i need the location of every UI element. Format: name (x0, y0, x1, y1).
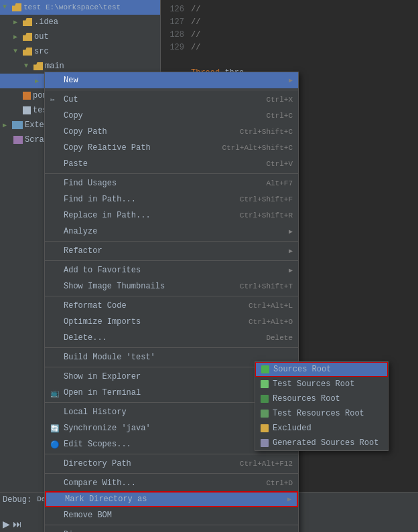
code-line-127: 127 // (161, 15, 418, 28)
context-menu: New ▶ ✂ Cut Ctrl+X Copy Ctrl+C Copy Path… (44, 72, 299, 532)
line-content: // (191, 30, 200, 39)
menu-label-optimize: Optimize Imports (64, 317, 249, 327)
shortcut-compare: Ctrl+D (266, 479, 293, 487)
separator-1 (45, 90, 298, 90)
menu-label-find-usages: Find Usages (64, 179, 266, 188)
menu-label-dir-path: Directory Path (64, 459, 240, 468)
menu-item-copy[interactable]: Copy Ctrl+C (45, 108, 298, 124)
shortcut-copy: Ctrl+C (266, 112, 293, 120)
tree-label: src (34, 47, 49, 56)
menu-item-reformat[interactable]: Reformat Code Ctrl+Alt+L (45, 298, 298, 314)
debug-step-button[interactable]: ⏭ (13, 519, 22, 529)
menu-item-compare[interactable]: Compare With... Ctrl+D (45, 475, 298, 491)
submenu-item-test-resources-root[interactable]: Test Resources Root (255, 406, 388, 421)
sources-root-icon (261, 365, 269, 373)
shortcut-optimize: Ctrl+Alt+O (249, 318, 293, 326)
menu-item-replace-path[interactable]: Replace in Path... Ctrl+Shift+R (45, 207, 298, 224)
menu-label-analyze: Analyze (64, 227, 286, 236)
analyze-arrow: ▶ (289, 228, 293, 236)
resources-root-icon (261, 395, 269, 403)
submenu-label-test-resources-root: Test Resources Root (273, 409, 364, 418)
submenu-item-generated[interactable]: Generated Sources Root (255, 436, 388, 450)
generated-icon (261, 439, 269, 447)
synchronize-icon: 🔄 (50, 424, 62, 433)
submenu-label-resources-root: Resources Root (273, 394, 340, 404)
menu-item-copy-path[interactable]: Copy Path Ctrl+Shift+C (45, 124, 298, 140)
menu-item-dir-path[interactable]: Directory Path Ctrl+Alt+F12 (45, 456, 298, 472)
separator-11 (45, 525, 298, 525)
menu-item-analyze[interactable]: Analyze ▶ (45, 224, 298, 240)
menu-item-delete[interactable]: Delete... Delete (45, 330, 298, 346)
submenu-label-test-sources-root: Test Sources Root (273, 379, 354, 389)
menu-label-reformat: Reformat Code (64, 301, 249, 311)
line-number: 128 (161, 30, 191, 39)
menu-item-thumbnails[interactable]: Show Image Thumbnails Ctrl+Shift+T (45, 278, 298, 294)
submenu-label-sources-root: Sources Root (273, 365, 331, 374)
menu-item-mark-dir[interactable]: Mark Directory as ▶ (45, 491, 298, 507)
menu-label-mark-dir: Mark Directory as (65, 495, 285, 504)
menu-label-thumbnails: Show Image Thumbnails (64, 282, 240, 291)
shortcut-copy-relative: Ctrl+Alt+Shift+C (222, 144, 293, 152)
code-line-128: 128 // (161, 28, 418, 41)
menu-label-local-history: Local History (64, 408, 286, 417)
tree-item-test[interactable]: ▼ test E:\workspace\test (0, 0, 160, 15)
shortcut-find-path: Ctrl+Shift+F (240, 195, 293, 203)
separator-10 (45, 473, 298, 474)
menu-label-find-path: Find in Path... (64, 195, 240, 204)
excluded-icon (261, 424, 269, 432)
menu-label-copy-path: Copy Path (64, 127, 240, 137)
menu-label-compare: Compare With... (64, 478, 266, 488)
line-content: // (191, 43, 200, 52)
test-sources-root-icon (261, 380, 269, 388)
menu-item-copy-relative[interactable]: Copy Relative Path Ctrl+Alt+Shift+C (45, 140, 298, 156)
menu-label-copy-relative: Copy Relative Path (64, 143, 222, 153)
debug-play-button[interactable]: ▶ (3, 519, 10, 529)
menu-item-optimize[interactable]: Optimize Imports Ctrl+Alt+O (45, 314, 298, 330)
tree-arrow: ▼ (13, 48, 21, 56)
menu-item-new[interactable]: New ▶ (45, 72, 298, 88)
menu-item-remove-bom[interactable]: Remove BOM (45, 507, 298, 523)
submenu-item-sources-root[interactable]: Sources Root (255, 362, 388, 377)
tree-label: main (45, 62, 64, 71)
tree-label: out (34, 32, 49, 41)
code-line-126: 126 // (161, 3, 418, 15)
tree-arrow: ▶ (35, 77, 43, 85)
edit-scopes-icon: 🔵 (50, 440, 62, 449)
separator-3 (45, 241, 298, 242)
shortcut-reformat: Ctrl+Alt+L (249, 302, 293, 310)
separator-5 (45, 296, 298, 296)
tree-item-out[interactable]: ▶ out (0, 29, 160, 44)
menu-item-diagrams[interactable]: Diagrams ▶ (45, 527, 298, 532)
line-number: 129 (161, 43, 191, 52)
menu-label-copy: Copy (64, 111, 266, 120)
submenu-item-test-sources-root[interactable]: Test Sources Root (255, 377, 388, 391)
line-content: // (191, 17, 200, 27)
separator-2 (45, 173, 298, 174)
menu-label-remove-bom: Remove BOM (64, 511, 293, 520)
menu-item-paste[interactable]: Paste Ctrl+V (45, 156, 298, 172)
debug-label: Debug: (3, 495, 37, 505)
tree-arrow: ▶ (13, 33, 21, 41)
menu-item-refactor[interactable]: Refactor ▶ (45, 243, 298, 259)
tree-arrow: ▼ (3, 3, 11, 11)
tree-item-src[interactable]: ▼ src (0, 44, 160, 59)
submenu-item-excluded[interactable]: Excluded (255, 421, 388, 436)
tree-arrow: ▼ (24, 62, 32, 70)
submenu-label-excluded: Excluded (273, 424, 311, 433)
menu-label-delete: Delete... (64, 333, 266, 343)
shortcut-copy-path: Ctrl+Shift+C (240, 128, 293, 136)
menu-item-find-path[interactable]: Find in Path... Ctrl+Shift+F (45, 191, 298, 207)
tree-arrow: ▶ (3, 121, 11, 129)
separator-4 (45, 260, 298, 261)
menu-item-add-favorites[interactable]: Add to Favorites ▶ (45, 262, 298, 278)
menu-label-build: Build Module 'test' (64, 353, 293, 362)
menu-item-find-usages[interactable]: Find Usages Alt+F7 (45, 175, 298, 191)
mark-directory-submenu: Sources Root Test Sources Root Resources… (255, 361, 389, 451)
code-line-blank (161, 54, 418, 66)
menu-item-cut[interactable]: ✂ Cut Ctrl+X (45, 92, 298, 108)
refactor-arrow: ▶ (289, 247, 293, 255)
submenu-item-resources-root[interactable]: Resources Root (255, 391, 388, 406)
tree-item-idea[interactable]: ▶ .idea (0, 15, 160, 29)
shortcut-replace-path: Ctrl+Shift+R (240, 211, 293, 219)
mark-dir-arrow: ▶ (287, 495, 291, 503)
